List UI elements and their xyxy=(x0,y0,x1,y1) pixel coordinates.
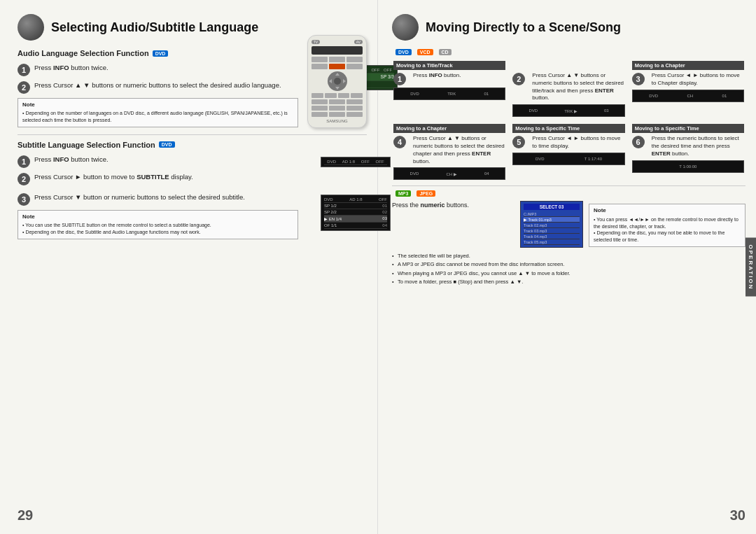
footnote-3: When playing a MP3 or JPEG disc, you can… xyxy=(392,270,746,278)
step-2-num: 2 xyxy=(512,73,525,85)
left-title: Selecting Audio/Subtitle Language xyxy=(51,20,258,35)
step-num-1: 1 xyxy=(18,64,30,76)
page-number-left: 29 xyxy=(18,507,33,524)
subtitle-step-1-text: Press INFO button twice. xyxy=(34,155,298,164)
page-number-right: 30 xyxy=(730,507,746,524)
select-screen-title: SELECT 03 xyxy=(524,204,580,210)
badge-jpeg: JPEG xyxy=(416,190,435,197)
mp3-note-text: • You can press ◄◄/►► on the remote cont… xyxy=(594,217,738,242)
step-6-header: Moving to a Specific Time xyxy=(632,124,744,133)
step-1-header: Moving to a Title/Track xyxy=(393,61,505,70)
right-header-icon xyxy=(392,14,419,41)
footnote-4: To move a folder, press ■ (Stop) and the… xyxy=(392,279,746,286)
select-item-5: Track 05.mp3 xyxy=(524,239,580,245)
select-item-root: C:/MP3 xyxy=(524,211,580,217)
step-5-screen: DVDT 1:17:40 xyxy=(512,153,624,165)
step-3-header: Moving to a Chapter xyxy=(632,61,744,70)
subtitle-step-num-1: 1 xyxy=(18,155,30,168)
step-4-content: Press Cursor ▲ ▼ buttons or numeric butt… xyxy=(413,135,505,165)
step-3-content: Press Cursor ◄ ► buttons to move to Chap… xyxy=(652,72,744,87)
left-section: Selecting Audio/Subtitle Language Audio … xyxy=(0,0,378,534)
right-header: Moving Directly to a Scene/Song xyxy=(392,14,746,41)
subtitle-step-3-text: Press Cursor ▼ button or numeric buttons… xyxy=(34,192,298,202)
step-5-content: Press Cursor ◄ ► buttons to move to time… xyxy=(532,135,624,150)
step-2-content: Press Cursor ▲ ▼ buttons or numeric butt… xyxy=(532,72,624,102)
subtitle-note-title: Note xyxy=(22,213,293,220)
step-2-header-spacer: Moving xyxy=(512,61,624,70)
step-box-2: Moving 2 Press Cursor ▲ ▼ buttons or num… xyxy=(511,59,626,118)
footnote-1: The selected file will be played. xyxy=(392,253,746,260)
numeric-area: Press the numeric buttons. SELECT 03 C:/… xyxy=(392,201,746,249)
badge-cd: CD xyxy=(439,49,451,55)
badge-mp3: MP3 xyxy=(396,190,411,197)
step-3-screen: DVDCH01 xyxy=(632,90,744,102)
subtitle-screen-top: DVDAD 1:8OFFOFF xyxy=(304,155,367,190)
step-box-6: Moving to a Specific Time 6 Press the nu… xyxy=(631,122,746,181)
step-6-num: 6 xyxy=(632,136,645,148)
subtitle-step-num-2: 2 xyxy=(18,173,30,185)
subtitle-screen-items: DVDAD 1:8OFF SP 1/201 SP 2/202 ▶ EN 1/40… xyxy=(304,192,367,242)
select-item-3: Track 03.mp3 xyxy=(524,228,580,234)
numeric-step-text: Press the numeric buttons. xyxy=(392,201,469,210)
select-item-1: ▶ Track 01.mp3 xyxy=(524,217,580,223)
step-1-screen: DVDTRK01 xyxy=(393,87,505,100)
footnote-2: A MP3 or JPEG disc cannot be moved from … xyxy=(392,261,746,269)
step-4-header: Moving to a Chapter xyxy=(393,124,505,133)
subtitle-note: Note • You can use the SUBTITLE button o… xyxy=(18,210,298,239)
bottom-steps-grid: Moving to a Chapter 4 Press Cursor ▲ ▼ b… xyxy=(392,122,746,181)
select-screen: SELECT 03 C:/MP3 ▶ Track 01.mp3 Track 02… xyxy=(520,201,583,248)
step-3-num: 3 xyxy=(632,73,645,85)
subtitle-step-2: 2 Press Cursor ► button to move to SUBTI… xyxy=(18,172,298,185)
disc-badges-row: DVD VCD CD xyxy=(392,49,746,55)
audio-note-title: Note xyxy=(22,101,293,108)
mp3-note-title: Note xyxy=(594,207,741,214)
mp3-section: MP3 JPEG Press the numeric buttons. SELE… xyxy=(392,190,746,286)
select-item-4: Track 04.mp3 xyxy=(524,234,580,239)
audio-step-1: 1 Press INFO button twice. xyxy=(18,63,298,76)
subtitle-step-3: 3 Press Cursor ▼ button or numeric butto… xyxy=(18,192,298,206)
mp3-note: Note • You can press ◄◄/►► on the remote… xyxy=(589,204,746,246)
dvd-badge-audio: DVD xyxy=(153,50,169,57)
left-header-icon xyxy=(18,14,44,41)
step-box-1: Moving to a Title/Track 1 Press INFO but… xyxy=(392,59,507,118)
audio-step-2-text: Press Cursor ▲ ▼ buttons or numeric butt… xyxy=(34,80,298,90)
audio-note-text: • Depending on the number of languages o… xyxy=(22,111,288,122)
step-1-content: Press INFO button. xyxy=(413,72,461,80)
badge-dvd: DVD xyxy=(396,49,412,55)
subtitle-step-2-text: Press Cursor ► button to move to SUBTITL… xyxy=(34,172,298,181)
step-box-4: Moving to a Chapter 4 Press Cursor ▲ ▼ b… xyxy=(392,122,507,181)
subtitle-section: Subtitle Language Selection Function DVD… xyxy=(18,141,367,242)
subtitle-section-title: Subtitle Language Selection Function DVD xyxy=(18,141,367,149)
mp3-badges: MP3 JPEG xyxy=(392,190,746,197)
audio-step-2: 2 Press Cursor ▲ ▼ buttons or numeric bu… xyxy=(18,80,298,94)
step-5-num: 5 xyxy=(512,136,525,148)
step-4-screen: DVDCH ▶04 xyxy=(393,167,505,180)
step-6-content: Press the numeric buttons to select the … xyxy=(652,135,744,157)
audio-note: Note • Depending on the number of langua… xyxy=(18,98,298,127)
step-4-num: 4 xyxy=(393,136,406,148)
step-box-5: Moving to a Specific Time 5 Press Cursor… xyxy=(511,122,626,181)
right-section: Moving Directly to a Scene/Song DVD VCD … xyxy=(378,0,756,534)
top-steps-grid: Moving to a Title/Track 1 Press INFO but… xyxy=(392,59,746,118)
step-6-screen: T 1:00:00 xyxy=(632,160,744,173)
step-box-3: Moving to a Chapter 3 Press Cursor ◄ ► b… xyxy=(631,59,746,118)
step-5-header: Moving to a Specific Time xyxy=(512,124,624,133)
step-1-num: 1 xyxy=(393,73,406,85)
right-title: Moving Directly to a Scene/Song xyxy=(426,20,621,35)
subtitle-step-1: 1 Press INFO button twice. xyxy=(18,155,298,168)
operation-badge: OPERATION xyxy=(746,237,756,297)
remote-control: TV AV xyxy=(307,35,367,128)
step-num-2: 2 xyxy=(18,81,30,94)
subtitle-note-text: • You can use the SUBTITLE button on the… xyxy=(22,223,211,234)
footnotes: The selected file will be played. A MP3 … xyxy=(392,253,746,286)
step-2-screen: DVDTRK ▶03 xyxy=(512,104,624,117)
select-item-2: Track 02.mp3 xyxy=(524,223,580,228)
subtitle-step-num-3: 3 xyxy=(18,193,30,206)
audio-step-1-text: Press INFO button twice. xyxy=(34,63,298,72)
badge-vcd: VCD xyxy=(417,49,433,55)
numeric-step: Press the numeric buttons. xyxy=(392,201,514,213)
dvd-badge-subtitle: DVD xyxy=(159,141,175,148)
